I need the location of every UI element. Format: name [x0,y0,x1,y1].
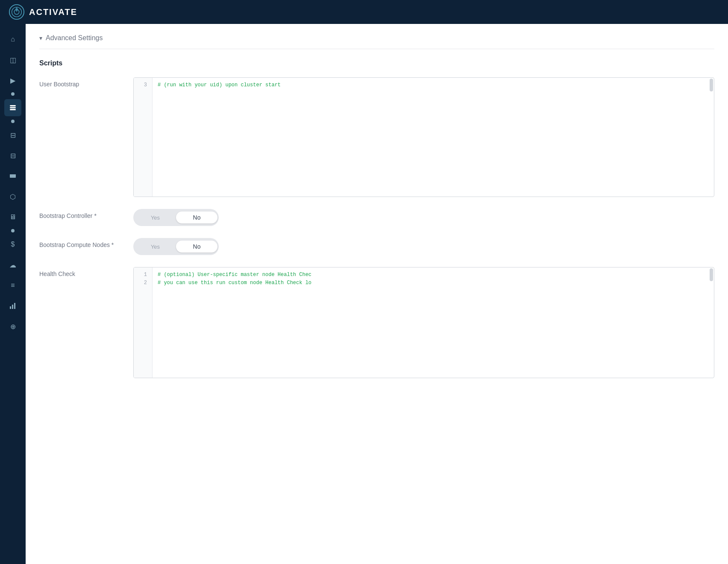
health-check-row: Health Check 1 2 # (optional) User-speci… [39,267,714,378]
logo-icon [9,4,25,20]
sidebar-dot-2 [11,120,15,123]
section-title: Advanced Settings [46,34,103,42]
logo: ACTIVATE [9,4,77,20]
sidebar-item-globe[interactable]: ⊕ [4,318,21,335]
sidebar-dot-3 [11,229,15,232]
bootstrap-compute-toggle-no: No [176,241,217,253]
sidebar-item-cloud[interactable]: ☁ [4,256,21,273]
chevron-down-icon: ▾ [39,35,42,41]
scroll-indicator-2 [710,268,713,281]
user-bootstrap-editor-inner: 3 # (run with your uid) upon cluster sta… [134,78,714,197]
main-content: ▾ Advanced Settings Scripts User Bootstr… [26,24,728,564]
bootstrap-compute-label: Bootstrap Compute Nodes * [39,238,125,248]
health-check-code: # (optional) User-specific master node H… [153,267,714,378]
user-bootstrap-code: # (run with your uid) upon cluster start [153,78,714,197]
bootstrap-compute-toggle[interactable]: Yes No [133,238,219,255]
svg-rect-7 [10,174,16,176]
top-nav: ACTIVATE [0,0,728,24]
bootstrap-controller-toggle-no: No [176,212,217,223]
sidebar-item-database[interactable] [4,99,21,116]
database-icon [9,104,17,112]
scroll-indicator-1 [710,79,713,91]
bootstrap-compute-row: Bootstrap Compute Nodes * Yes No [39,238,714,255]
sidebar-item-monitor[interactable]: 🖥 [4,209,21,226]
health-check-editor[interactable]: 1 2 # (optional) User-specific master no… [133,267,714,378]
sidebar-item-home[interactable]: ⌂ [4,31,21,48]
svg-rect-9 [12,305,13,309]
user-bootstrap-line-numbers: 3 [134,78,153,197]
sidebar: ⌂ ◫ ▶ ⊟ ⊟ ⬡ 🖥 $ ☁ ≡ [0,24,26,564]
svg-rect-5 [10,109,16,110]
svg-rect-4 [10,107,16,109]
storage-icon [9,172,17,180]
sidebar-item-chart[interactable] [4,297,21,314]
bootstrap-compute-toggle-yes: Yes [135,241,176,253]
sidebar-item-bucket[interactable]: ⬡ [4,188,21,205]
sidebar-dot-1 [11,92,15,96]
bootstrap-controller-toggle[interactable]: Yes No [133,209,219,226]
sidebar-item-layout[interactable]: ◫ [4,51,21,68]
app-title: ACTIVATE [29,7,77,17]
sidebar-item-billing[interactable]: $ [4,236,21,253]
svg-rect-10 [14,303,15,309]
bootstrap-controller-control: Yes No [133,209,714,226]
sidebar-item-storage[interactable] [4,167,21,185]
health-check-editor-inner: 1 2 # (optional) User-specific master no… [134,267,714,378]
health-check-control: 1 2 # (optional) User-specific master no… [133,267,714,378]
sidebar-item-terminal[interactable]: ▶ [4,72,21,89]
user-bootstrap-label: User Bootstrap [39,77,125,88]
app-body: ⌂ ◫ ▶ ⊟ ⊟ ⬡ 🖥 $ ☁ ≡ [0,24,728,564]
sidebar-item-list[interactable]: ≡ [4,277,21,294]
section-header: ▾ Advanced Settings [39,34,714,49]
bootstrap-controller-toggle-yes: Yes [135,212,176,223]
bootstrap-controller-label: Bootstrap Controller * [39,209,125,219]
bootstrap-controller-row: Bootstrap Controller * Yes No [39,209,714,226]
bootstrap-compute-control: Yes No [133,238,714,255]
content-inner: ▾ Advanced Settings Scripts User Bootstr… [26,24,728,564]
user-bootstrap-row: User Bootstrap 3 # (run with your uid) u… [39,77,714,197]
health-check-line-numbers: 1 2 [134,267,153,378]
health-check-label: Health Check [39,267,125,277]
scripts-label: Scripts [39,59,714,67]
svg-rect-8 [10,306,11,309]
user-bootstrap-editor[interactable]: 3 # (run with your uid) upon cluster sta… [133,77,714,197]
sidebar-item-inbox2[interactable]: ⊟ [4,147,21,164]
sidebar-item-inbox1[interactable]: ⊟ [4,126,21,144]
user-bootstrap-control: 3 # (run with your uid) upon cluster sta… [133,77,714,197]
svg-rect-3 [10,105,16,106]
chart-icon [9,302,17,310]
